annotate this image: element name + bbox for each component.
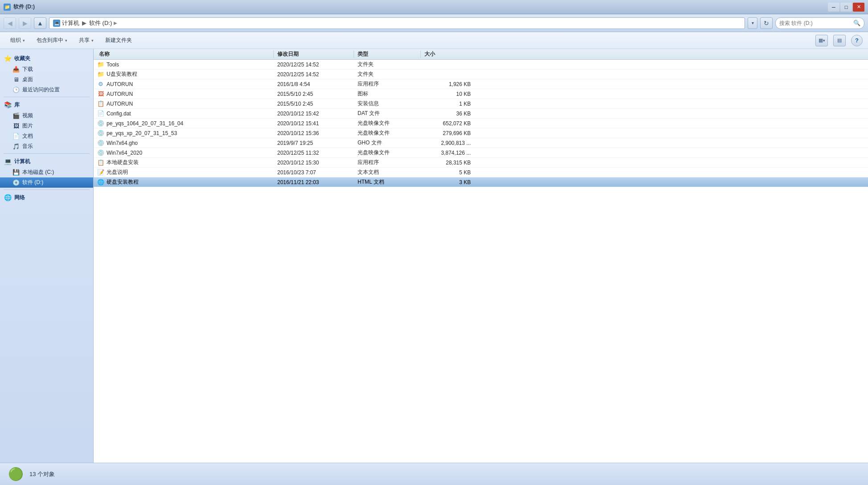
favorites-header[interactable]: ⭐ 收藏夹	[0, 53, 93, 64]
file-name-text: AUTORUN	[107, 101, 133, 107]
search-icon[interactable]: 🔍	[853, 20, 860, 26]
sidebar-item-music[interactable]: 🎵 音乐	[0, 141, 93, 152]
table-row[interactable]: 💿 Win7x64.gho 2019/9/7 19:25 GHO 文件 2,90…	[94, 138, 868, 148]
file-name-text: Win7x64.gho	[107, 140, 138, 146]
computer-sidebar-icon: 💻	[4, 157, 12, 165]
help-button[interactable]: ?	[851, 35, 863, 46]
sidebar-item-download[interactable]: 📥 下载	[0, 64, 93, 74]
table-row[interactable]: 📝 光盘说明 2016/10/23 7:07 文本文档 5 KB	[94, 168, 868, 177]
close-button[interactable]: ✕	[853, 3, 864, 12]
sidebar-item-picture[interactable]: 🖼 图片	[0, 121, 93, 131]
table-row[interactable]: 💿 pe_yqs_xp_20_07_31_15_53 2020/10/12 15…	[94, 128, 868, 138]
table-row[interactable]: 📋 AUTORUN 2015/5/10 2:45 安装信息 1 KB	[94, 99, 868, 109]
col-name[interactable]: 名称	[95, 50, 274, 58]
table-row[interactable]: ⚙ AUTORUN 2016/1/8 4:54 应用程序 1,926 KB	[94, 79, 868, 89]
picture-icon: 🖼	[12, 123, 20, 130]
file-name-text: Win7x64_2020	[107, 150, 142, 156]
forward-button[interactable]: ▶	[19, 17, 31, 29]
file-icon: 📁	[97, 61, 104, 68]
file-size-cell: 2,900,813 ...	[421, 140, 474, 146]
document-label: 文档	[22, 132, 33, 140]
library-label: 库	[14, 101, 20, 109]
video-icon: 🎬	[12, 112, 20, 119]
table-row[interactable]: 🌐 硬盘安装教程 2016/11/21 22:03 HTML 文档 3 KB	[94, 177, 868, 187]
file-date-cell: 2020/10/12 15:42	[274, 111, 354, 117]
table-row[interactable]: 📁 U盘安装教程 2020/12/25 14:52 文件夹	[94, 70, 868, 79]
col-size[interactable]: 大小	[421, 50, 474, 58]
back-button[interactable]: ◀	[4, 17, 16, 29]
file-size-cell: 3,874,126 ...	[421, 150, 474, 156]
video-label: 视频	[22, 112, 33, 119]
col-date[interactable]: 修改日期	[274, 50, 354, 58]
table-row[interactable]: 📋 本地硬盘安装 2020/10/12 15:30 应用程序 28,315 KB	[94, 158, 868, 168]
sidebar-item-video[interactable]: 🎬 视频	[0, 111, 93, 121]
addressbar: ◀ ▶ ▲ 💻 计算机 ▶ 软件 (D:) ▶ ▾ ↻ 🔍	[0, 14, 868, 32]
col-type[interactable]: 类型	[354, 50, 421, 58]
divider-2	[4, 153, 90, 154]
address-path[interactable]: 💻 计算机 ▶ 软件 (D:) ▶	[49, 17, 745, 29]
search-input[interactable]	[779, 20, 851, 26]
file-name-text: Tools	[107, 62, 119, 68]
file-name-text: U盘安装教程	[107, 70, 137, 78]
refresh-button[interactable]: ↻	[760, 17, 773, 29]
table-row[interactable]: 💿 Win7x64_2020 2020/12/25 11:32 光盘映像文件 3…	[94, 148, 868, 158]
sidebar-item-recent[interactable]: 🕒 最近访问的位置	[0, 85, 93, 95]
file-type-cell: 光盘映像文件	[354, 129, 421, 137]
view-button[interactable]: ▦▾	[815, 35, 828, 46]
minimize-button[interactable]: ─	[828, 3, 839, 12]
file-name-text: AUTORUN	[107, 81, 133, 87]
sidebar-item-document[interactable]: 📄 文档	[0, 131, 93, 141]
file-date-cell: 2015/5/10 2:45	[274, 101, 354, 107]
file-type-cell: 文本文档	[354, 169, 421, 176]
new-folder-button[interactable]: 新建文件夹	[100, 34, 137, 47]
table-row[interactable]: 💿 pe_yqs_1064_20_07_31_16_04 2020/10/12 …	[94, 119, 868, 128]
up-button[interactable]: ▲	[34, 17, 46, 29]
preview-button[interactable]: ▤	[833, 35, 846, 46]
drive-d-label: 软件 (D:)	[22, 179, 43, 186]
file-size-cell: 652,072 KB	[421, 120, 474, 127]
file-name-cell: 💿 Win7x64.gho	[95, 140, 274, 147]
table-row[interactable]: 📄 Config.dat 2020/10/12 15:42 DAT 文件 36 …	[94, 109, 868, 119]
table-row[interactable]: 🖼 AUTORUN 2015/5/10 2:45 图标 10 KB	[94, 89, 868, 99]
file-type-cell: 光盘映像文件	[354, 119, 421, 127]
titlebar-title: 软件 (D:)	[13, 3, 35, 11]
organize-arrow: ▾	[23, 38, 25, 43]
file-icon: 🖼	[97, 90, 104, 98]
computer-header[interactable]: 💻 计算机	[0, 156, 93, 167]
organize-button[interactable]: 组织 ▾	[5, 34, 30, 47]
include-library-button[interactable]: 包含到库中 ▾	[32, 34, 72, 47]
file-type-cell: 安装信息	[354, 100, 421, 107]
file-name-text: Config.dat	[107, 111, 131, 117]
file-name-text: 硬盘安装教程	[107, 178, 139, 186]
divider-1	[4, 97, 90, 97]
file-date-cell: 2016/11/21 22:03	[274, 179, 354, 185]
file-name-cell: 🌐 硬盘安装教程	[95, 178, 274, 186]
file-name-cell: 📁 U盘安装教程	[95, 70, 274, 78]
table-row[interactable]: 📁 Tools 2020/12/25 14:52 文件夹	[94, 60, 868, 70]
main-content: ⭐ 收藏夹 📥 下载 🖥 桌面 🕒 最近访问的位置 📚 库	[0, 49, 868, 463]
file-name-cell: 💿 pe_yqs_1064_20_07_31_16_04	[95, 120, 274, 127]
path-sep-1: ▶	[82, 20, 86, 26]
file-type-cell: DAT 文件	[354, 110, 421, 117]
drive-c-icon: 💾	[12, 169, 20, 176]
file-date-cell: 2020/12/25 14:52	[274, 62, 354, 68]
file-name-cell: 📋 本地硬盘安装	[95, 159, 274, 166]
maximize-button[interactable]: □	[840, 3, 852, 12]
computer-label: 计算机	[14, 158, 30, 165]
sidebar-item-desktop[interactable]: 🖥 桌面	[0, 74, 93, 85]
status-icon: 🟢	[7, 466, 24, 483]
file-type-cell: 文件夹	[354, 61, 421, 68]
library-header[interactable]: 📚 库	[0, 99, 93, 111]
column-header: 名称 修改日期 类型 大小	[94, 49, 868, 60]
file-icon: 📝	[97, 169, 104, 176]
file-size-cell: 5 KB	[421, 169, 474, 176]
network-header[interactable]: 🌐 网络	[0, 192, 93, 203]
share-button[interactable]: 共享 ▾	[74, 34, 99, 47]
file-icon: 💿	[97, 140, 104, 147]
sidebar-item-drive-c[interactable]: 💾 本地磁盘 (C:)	[0, 167, 93, 177]
sidebar-section-favorites: ⭐ 收藏夹 📥 下载 🖥 桌面 🕒 最近访问的位置	[0, 53, 93, 95]
address-dropdown[interactable]: ▾	[748, 17, 757, 29]
sidebar-item-drive-d[interactable]: 💿 软件 (D:)	[0, 177, 93, 188]
file-name-cell: 📋 AUTORUN	[95, 100, 274, 107]
file-size-cell: 1 KB	[421, 101, 474, 107]
